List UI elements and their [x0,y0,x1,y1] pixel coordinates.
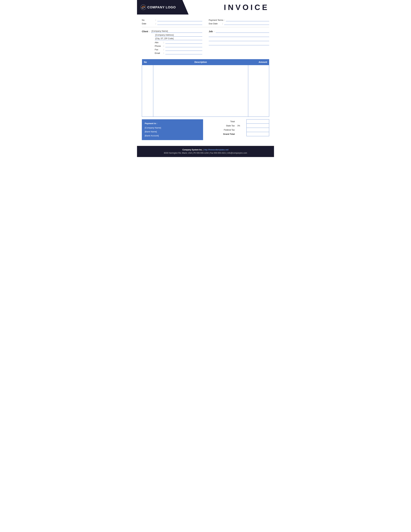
no-colon: : [155,19,156,21]
no-field: No : [142,18,202,21]
payment-bank-account: [Bank Account] [145,134,200,138]
federal-tax-value-box[interactable] [247,128,269,132]
job-line-1[interactable] [216,30,269,33]
client-fax-label: Fax [155,48,163,51]
col-no-header: No [142,59,153,65]
date-label: Date [142,22,155,25]
payment-terms-colon: : [224,19,224,21]
date-colon: : [155,22,156,25]
client-colon: : [149,30,150,33]
row-amount-cell[interactable] [248,65,269,117]
row-desc-cell[interactable] [153,65,248,117]
total-value-box[interactable] [247,119,269,124]
state-tax-percent-cell: 3% [236,124,246,128]
invoice-table: No Description Amount [142,59,269,117]
client-attn-label: Attn [155,41,163,44]
row-no-cell[interactable] [142,65,153,117]
client-phone-label: Phone [155,45,163,47]
job-colon: : [214,30,214,33]
table-section: No Description Amount [137,57,274,119]
client-name-line[interactable]: [Company Name] [151,30,202,33]
client-address-line[interactable]: [Company Address] [155,34,202,37]
client-phone-row: Phone : [142,44,202,47]
table-header-row: No Description Amount [142,59,269,65]
totals-table: Total State Tax 3% Federal Tax Grand Tot… [206,119,269,136]
client-phone-line[interactable] [165,44,202,47]
client-phone-colon: : [163,45,164,47]
payment-bank-name: [Bank Name] [145,130,200,134]
payment-title: Payment to : [145,122,200,126]
grand-total-percent-cell [236,132,246,136]
payment-terms-field: Payment Terms : [209,18,269,21]
total-label: Total [206,119,236,124]
total-row: Total [206,119,269,124]
page-header: COMPANY LOGO INVOICE [137,0,274,15]
job-line-4[interactable] [209,42,269,45]
total-percent-cell [236,119,246,124]
svg-point-0 [141,5,146,10]
meta-section: No : Payment Terms : Date : Due Date : [137,15,274,27]
footer-company-name: Company System Inc. [182,149,203,151]
col-amount-header: Amount [248,59,269,65]
client-fax-line[interactable] [165,48,202,51]
payment-company-name: [Company Name] [145,126,200,130]
job-header: Job : [209,30,269,33]
payment-terms-input-line[interactable] [226,18,269,21]
grand-total-value-box[interactable] [247,132,269,136]
client-email-colon: : [163,52,164,54]
client-label: Client [142,30,148,33]
state-tax-row: State Tax 3% [206,124,269,128]
client-email-line[interactable] [165,51,202,54]
due-date-input-line[interactable] [224,22,269,25]
client-attn-row: Attn : [142,41,202,44]
payment-terms-label: Payment Terms [209,19,223,21]
client-fax-row: Fax : [142,48,202,51]
logo-icon [140,4,146,10]
client-attn-colon: : [163,41,164,44]
meta-row-1: No : Payment Terms : [142,18,269,21]
state-tax-label: State Tax [206,124,236,128]
client-attn-line[interactable] [165,41,202,44]
client-email-row: Email : [142,51,202,54]
client-job-section: Client : [Company Name] [Company Address… [137,27,274,57]
col-description-header: Description [153,59,248,65]
date-field: Date : [142,22,202,25]
no-input-line[interactable] [157,18,202,21]
logo-text: COMPANY LOGO [140,4,176,10]
grand-total-row: Grand Total [206,132,269,136]
client-city-row: [City, ST, ZIP Code] [142,37,202,40]
invoice-title: INVOICE [224,3,269,12]
date-input-line[interactable] [157,22,202,25]
state-tax-percent: 3% [237,125,240,127]
client-header: Client : [Company Name] [142,30,202,33]
no-label: No [142,19,155,21]
totals-area: Total State Tax 3% Federal Tax Grand Tot… [206,119,269,136]
client-address-row: [Company Address] [142,34,202,37]
job-label: Job [209,30,213,33]
due-date-colon: : [222,22,223,25]
page-footer: Company System Inc. | http://freewordtem… [137,146,274,157]
table-row [142,65,269,117]
client-city-line[interactable]: [City, ST, ZIP Code] [155,37,202,40]
footer-section: Payment to : [Company Name] [Bank Name] … [137,119,274,143]
job-line-2[interactable] [209,34,269,37]
federal-tax-percent-cell [236,128,246,132]
due-date-label: Due Date [209,22,222,25]
payment-box: Payment to : [Company Name] [Bank Name] … [142,119,203,140]
footer-line-2: 8030 Harrington Rd, Miami, USA | Ph 555-… [139,151,272,155]
footer-line-1: Company System Inc. | http://freewordtem… [139,148,272,151]
logo-area: COMPANY LOGO [137,0,188,15]
due-date-field: Due Date : [209,22,269,25]
job-section: Job : [209,30,269,55]
client-fax-colon: : [163,48,164,51]
federal-tax-row: Federal Tax [206,128,269,132]
footer-website[interactable]: http://freewordtemplates.net/ [204,149,229,151]
client-left: Client : [Company Name] [Company Address… [142,30,202,55]
client-email-label: Email [155,52,163,54]
state-tax-value-box[interactable] [247,124,269,128]
grand-total-label: Grand Total [206,132,236,136]
job-line-3[interactable] [209,38,269,41]
federal-tax-label: Federal Tax [206,128,236,132]
invoice-title-area: INVOICE [188,0,274,15]
meta-row-2: Date : Due Date : [142,22,269,25]
